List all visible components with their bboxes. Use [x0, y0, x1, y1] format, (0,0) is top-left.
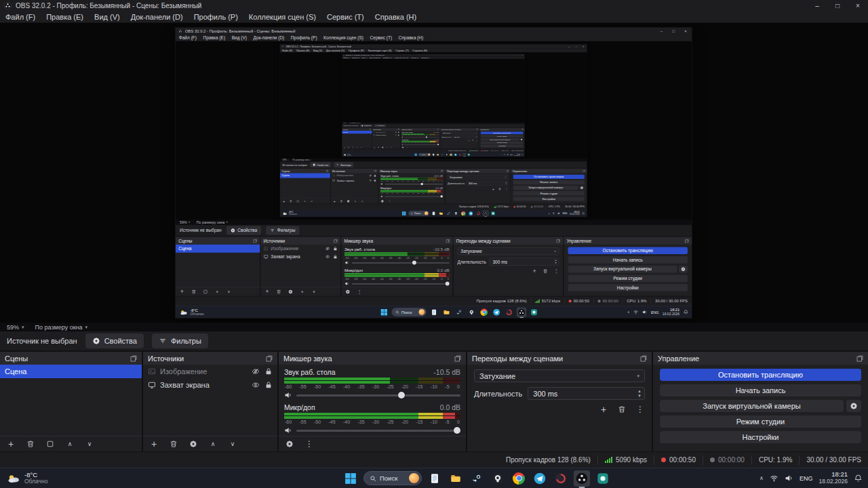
scenes-dock-header[interactable]: Сцены	[176, 237, 260, 245]
add-source-button[interactable]: +	[374, 146, 376, 148]
menu-view[interactable]: Вид (V)	[89, 12, 125, 23]
mixer-menu-button[interactable]: ⋮	[406, 146, 408, 148]
scene-item[interactable]: Сцена	[342, 131, 372, 134]
menu-docks[interactable]: Док-панели (D)	[125, 12, 189, 23]
start-button[interactable]	[401, 210, 406, 216]
add-source-button[interactable]: +	[264, 289, 270, 294]
taskbar-app-steam[interactable]	[469, 470, 485, 487]
lock-icon[interactable]	[397, 131, 399, 134]
scene-filters-button[interactable]	[352, 146, 354, 148]
transitions-dock-header[interactable]: Переходы между сценами	[467, 352, 652, 365]
lock-icon[interactable]	[333, 254, 338, 259]
start-virtual-camera-button[interactable]: Запуск виртуальной камеры	[568, 266, 677, 273]
taskbar-app-github[interactable]	[445, 153, 448, 157]
remove-transition-button[interactable]	[542, 268, 548, 274]
tray-chevron-up-icon[interactable]: ∧	[760, 475, 764, 481]
start-recording-button[interactable]: Начать запись	[481, 135, 523, 138]
taskbar-app-steam[interactable]	[441, 153, 444, 157]
tray-clock[interactable]: 18:21 18.02.2026	[514, 153, 520, 156]
volume-slider-handle[interactable]	[412, 261, 416, 265]
taskbar-app-browser-red[interactable]	[505, 307, 514, 317]
volume-slider-handle[interactable]	[446, 282, 450, 286]
studio-mode-button[interactable]: Режим студии	[568, 274, 688, 282]
transition-select[interactable]: Затухание ▾	[448, 175, 508, 180]
dock-popout-icon[interactable]	[507, 169, 509, 172]
transition-menu-button[interactable]: ⋮	[553, 268, 559, 274]
filters-button[interactable]: Фильтры	[374, 124, 386, 127]
source-properties-button[interactable]	[288, 289, 293, 294]
studio-mode-button[interactable]: Режим студии	[513, 191, 585, 195]
mixer-settings-button[interactable]	[285, 439, 294, 449]
menu-edit[interactable]: Правка (E)	[294, 48, 311, 52]
taskbar-app-steam[interactable]	[454, 307, 464, 317]
dock-popout-icon[interactable]	[253, 239, 257, 243]
wifi-icon[interactable]	[770, 474, 778, 483]
menu-help[interactable]: Справка (H)	[370, 12, 422, 23]
spinner-arrows[interactable]: ▲ ▼	[505, 182, 508, 186]
move-source-up-button[interactable]: ∧	[300, 289, 305, 294]
menu-file[interactable]: Файл (F)	[0, 12, 41, 23]
eye-icon[interactable]	[395, 134, 397, 136]
volume-icon[interactable]	[557, 211, 561, 215]
zoom-level-select[interactable]: 59% ▾	[180, 220, 190, 224]
add-transition-button[interactable]: +	[492, 187, 495, 190]
properties-button[interactable]: Свойства	[85, 333, 144, 348]
zoom-level-select[interactable]: 59% ▾	[7, 324, 24, 331]
settings-button[interactable]: Настройки	[481, 144, 523, 147]
move-scene-down-button[interactable]: ∨	[226, 289, 231, 294]
filters-button[interactable]: Фильтры	[334, 162, 353, 167]
eye-off-icon[interactable]	[326, 246, 330, 251]
stop-streaming-button[interactable]: Остановить трансляцию	[660, 369, 861, 381]
scene-item[interactable]: Сцена	[0, 365, 142, 378]
minimize-button[interactable]: –	[655, 28, 667, 35]
add-scene-button[interactable]: +	[6, 439, 16, 449]
remove-transition-button[interactable]	[472, 139, 474, 141]
scene-filters-button[interactable]	[45, 439, 55, 449]
move-source-up-button[interactable]: ∧	[208, 439, 218, 449]
stop-streaming-button[interactable]: Остановить трансляцию	[513, 175, 585, 179]
menu-view[interactable]: Вид (V)	[229, 35, 250, 41]
taskbar-search[interactable]: Поиск	[418, 153, 431, 156]
volume-slider-handle[interactable]	[454, 427, 460, 434]
dock-popout-icon[interactable]	[446, 239, 450, 243]
scenes-dock-header[interactable]: Сцены	[0, 352, 142, 365]
taskbar-search[interactable]: Поиск	[363, 471, 422, 485]
add-scene-button[interactable]: +	[343, 146, 345, 148]
add-source-button[interactable]: +	[149, 439, 159, 449]
taskbar-app-teal[interactable]	[490, 210, 496, 216]
taskbar-app-notepad[interactable]	[427, 470, 443, 487]
notification-bell-icon[interactable]	[521, 154, 524, 156]
transition-select[interactable]: Затухание ▾	[441, 131, 477, 134]
speaker-icon[interactable]	[344, 281, 349, 286]
dock-popout-icon[interactable]	[437, 129, 439, 130]
speaker-icon[interactable]	[284, 426, 292, 434]
status-dropped-frames[interactable]: Пропуск кадров 128 (8.6%)	[447, 150, 467, 152]
virtual-camera-settings-button[interactable]	[579, 186, 585, 190]
taskbar-app-teal[interactable]	[467, 153, 471, 157]
source-properties-button[interactable]	[382, 146, 384, 148]
lock-icon[interactable]	[374, 174, 376, 177]
maximize-button[interactable]: □	[667, 28, 679, 35]
move-source-down-button[interactable]: ∨	[390, 146, 392, 148]
dock-popout-icon[interactable]	[398, 129, 399, 130]
dock-popout-icon[interactable]	[454, 355, 461, 362]
taskbar-app-steam[interactable]	[446, 210, 451, 216]
eye-off-icon[interactable]	[369, 174, 372, 177]
language-indicator[interactable]: ENG	[800, 475, 813, 482]
taskbar-app-telegram[interactable]	[468, 210, 473, 216]
add-transition-button[interactable]: +	[468, 139, 470, 141]
start-virtual-camera-button[interactable]: Запуск виртуальной камеры	[513, 186, 578, 190]
menu-profile[interactable]: Профиль (P)	[288, 35, 320, 41]
controls-dock-header[interactable]: Управление	[653, 352, 868, 365]
taskbar-app-notepad[interactable]	[429, 307, 439, 317]
controls-dock-header[interactable]: Управление	[564, 237, 692, 245]
menu-profile[interactable]: Профиль (P)	[347, 48, 366, 52]
start-button[interactable]	[342, 470, 359, 487]
filters-button[interactable]: Фильтры	[152, 333, 208, 348]
menu-tools[interactable]: Сервис (T)	[367, 35, 395, 41]
language-indicator[interactable]: ENG	[563, 212, 568, 215]
maximize-button[interactable]: □	[827, 0, 848, 12]
volume-slider[interactable]	[404, 144, 439, 145]
settings-button[interactable]: Настройки	[513, 197, 585, 201]
start-recording-button[interactable]: Начать запись	[660, 384, 861, 396]
